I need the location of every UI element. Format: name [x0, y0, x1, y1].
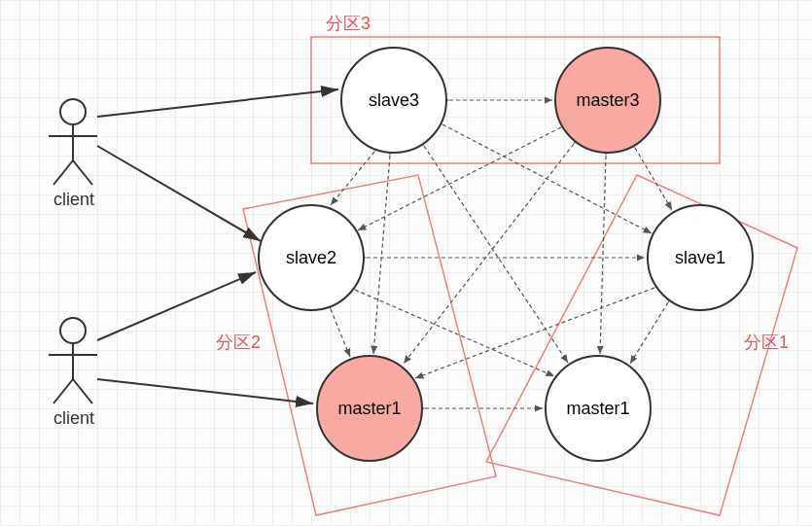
- node-label: master3: [576, 90, 639, 111]
- svg-line-20: [635, 148, 672, 210]
- node-label: slave1: [675, 248, 725, 268]
- node-master1-right: master1: [545, 355, 652, 462]
- svg-line-4: [73, 160, 92, 185]
- node-label: master1: [337, 399, 401, 419]
- node-label: slave3: [369, 90, 419, 111]
- svg-line-15: [331, 152, 374, 205]
- node-label: slave2: [286, 248, 336, 268]
- svg-line-27: [630, 302, 668, 364]
- node-label: master1: [566, 399, 629, 419]
- node-slave2: slave2: [258, 204, 365, 311]
- svg-line-3: [53, 160, 73, 185]
- svg-point-0: [60, 99, 86, 124]
- node-master1-left: master1: [316, 355, 423, 462]
- client-actor-bottom: [49, 318, 97, 403]
- svg-line-9: [73, 379, 92, 403]
- node-slave1: slave1: [647, 204, 754, 311]
- node-master3: master3: [554, 47, 661, 154]
- partition-1-label: 分区1: [744, 331, 789, 354]
- svg-line-8: [53, 379, 73, 403]
- svg-line-17: [373, 156, 390, 354]
- svg-line-10: [97, 89, 338, 117]
- svg-line-24: [331, 309, 350, 357]
- partition-2-label: 分区2: [216, 331, 261, 354]
- svg-line-13: [97, 379, 313, 403]
- client-label-bottom: client: [53, 408, 94, 429]
- svg-point-5: [60, 318, 86, 343]
- partition-3-label: 分区3: [326, 12, 371, 35]
- svg-line-11: [97, 146, 261, 241]
- svg-line-22: [600, 156, 606, 354]
- node-slave3: slave3: [340, 47, 447, 154]
- client-label-top: client: [53, 190, 94, 210]
- client-actor-top: [49, 99, 97, 185]
- svg-line-21: [404, 144, 574, 364]
